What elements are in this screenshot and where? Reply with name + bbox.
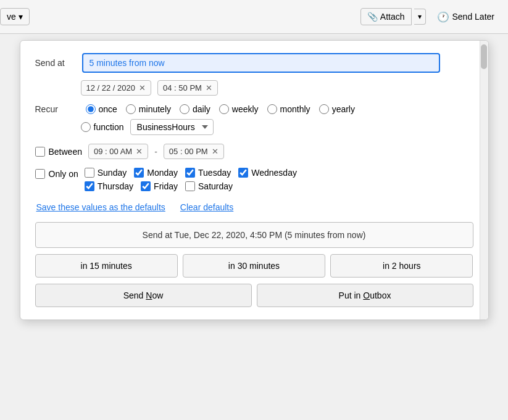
date-pill: 12 / 22 / 2020 ✕ (81, 80, 152, 96)
recur-label: Recur (35, 104, 78, 114)
day-sunday[interactable]: Sunday (85, 168, 127, 178)
day-sunday-label: Sunday (98, 168, 127, 178)
attach-button[interactable]: 📎 Attach (360, 8, 412, 25)
day-saturday-input[interactable] (185, 181, 195, 191)
only-on-checkbox-input[interactable] (35, 169, 45, 179)
day-wednesday[interactable]: Wednesday (238, 168, 297, 178)
clear-defaults-button[interactable]: Clear defaults (180, 202, 233, 212)
send-at-input[interactable] (82, 53, 440, 73)
between-checkbox[interactable]: Between (35, 147, 82, 157)
date-pill-value: 12 / 22 / 2020 (86, 83, 136, 93)
radio-once-label: once (99, 104, 117, 114)
attach-group: 📎 Attach ▾ (360, 8, 426, 25)
scrollbar-thumb (481, 44, 487, 69)
attach-label: Attach (380, 12, 405, 22)
send-preview: Send at Tue, Dec 22, 2020, 4:50 PM (5 mi… (35, 222, 473, 248)
between-start-close[interactable]: ✕ (136, 147, 143, 156)
quick-2hr-button[interactable]: in 2 hours (330, 254, 473, 278)
radio-weekly-label: weekly (232, 104, 259, 114)
left-dropdown-label: ve (7, 12, 16, 22)
send-later-dialog: Send at 12 / 22 / 2020 ✕ 04 : 50 PM ✕ Re… (20, 40, 489, 320)
day-saturday[interactable]: Saturday (185, 181, 233, 191)
send-now-button[interactable]: Send Now (35, 284, 252, 307)
day-thursday[interactable]: Thursday (85, 181, 133, 191)
put-outbox-label: Put in Outbox (339, 290, 391, 300)
dialog-overlay: Send at 12 / 22 / 2020 ✕ 04 : 50 PM ✕ Re… (0, 34, 508, 420)
quick-30min-button[interactable]: in 30 minutes (183, 254, 325, 278)
save-defaults-button[interactable]: Save these values as the defaults (36, 202, 165, 212)
day-friday[interactable]: Friday (141, 181, 178, 191)
function-label: function (94, 122, 124, 132)
between-end-pill: 05 : 00 PM ✕ (164, 144, 224, 159)
day-sunday-input[interactable] (85, 168, 94, 178)
days-group: Sunday Monday Tuesday Wednesday (85, 168, 297, 191)
day-tuesday-label: Tuesday (198, 168, 231, 178)
day-friday-input[interactable] (141, 181, 151, 191)
between-label: Between (49, 147, 82, 157)
top-bar-left: ve ▾ (0, 0, 30, 33)
time-pill-value: 04 : 50 PM (163, 83, 202, 93)
time-pill-close[interactable]: ✕ (206, 83, 212, 93)
radio-weekly-input[interactable] (219, 104, 229, 114)
radio-weekly[interactable]: weekly (219, 104, 259, 114)
radio-daily-input[interactable] (180, 104, 189, 114)
only-on-row: Only on Sunday Monday Tuesday (35, 168, 473, 191)
links-row: Save these values as the defaults Clear … (36, 202, 473, 212)
function-row: function BusinessHours (81, 119, 473, 135)
day-thursday-label: Thursday (98, 181, 133, 191)
radio-once-input[interactable] (86, 104, 96, 114)
radio-monthly-input[interactable] (267, 104, 277, 114)
top-bar: ve ▾ 📎 Attach ▾ 🕐 Send Later (0, 0, 508, 34)
day-tuesday[interactable]: Tuesday (185, 168, 231, 178)
day-saturday-label: Saturday (198, 181, 233, 191)
day-thursday-input[interactable] (85, 181, 94, 191)
time-pill: 04 : 50 PM ✕ (157, 80, 218, 96)
date-pill-close[interactable]: ✕ (139, 83, 146, 93)
only-on-label: Only on (49, 169, 78, 179)
radio-minutely[interactable]: minutely (126, 104, 171, 114)
only-on-checkbox[interactable]: Only on (35, 169, 78, 179)
day-wednesday-label: Wednesday (251, 168, 297, 178)
send-at-label: Send at (35, 58, 78, 68)
day-monday[interactable]: Monday (134, 168, 178, 178)
attach-dropdown-button[interactable]: ▾ (414, 9, 426, 25)
radio-minutely-label: minutely (139, 104, 171, 114)
datetime-pills: 12 / 22 / 2020 ✕ 04 : 50 PM ✕ (81, 80, 473, 96)
put-outbox-button[interactable]: Put in Outbox (257, 284, 473, 307)
between-checkbox-input[interactable] (35, 147, 45, 157)
function-select[interactable]: BusinessHours (130, 119, 214, 135)
between-separator: - (154, 147, 157, 157)
day-monday-label: Monday (147, 168, 178, 178)
radio-function-input[interactable] (81, 122, 91, 132)
between-start-pill: 09 : 00 AM ✕ (88, 144, 148, 159)
day-friday-label: Friday (154, 181, 178, 191)
radio-function[interactable]: function (81, 122, 124, 132)
send-at-row: Send at (35, 53, 473, 73)
days-line-1: Sunday Monday Tuesday Wednesday (85, 168, 297, 178)
between-end-close[interactable]: ✕ (212, 147, 219, 156)
radio-yearly[interactable]: yearly (319, 104, 355, 114)
between-row: Between 09 : 00 AM ✕ - 05 : 00 PM ✕ (35, 144, 473, 159)
send-later-button[interactable]: 🕐 Send Later (431, 8, 501, 26)
radio-monthly[interactable]: monthly (267, 104, 310, 114)
quick-buttons-row: in 15 minutes in 30 minutes in 2 hours (35, 254, 473, 278)
day-wednesday-input[interactable] (238, 168, 248, 178)
chevron-down-icon: ▾ (418, 12, 422, 21)
radio-once[interactable]: once (86, 104, 117, 114)
day-tuesday-input[interactable] (185, 168, 195, 178)
recur-row: Recur once minutely daily (35, 104, 473, 114)
left-dropdown-button[interactable]: ve ▾ (0, 8, 30, 25)
quick-15min-button[interactable]: in 15 minutes (35, 254, 178, 278)
action-buttons-row: Send Now Put in Outbox (35, 284, 473, 307)
send-later-label: Send Later (452, 12, 495, 22)
radio-daily-label: daily (193, 104, 210, 114)
between-start-value: 09 : 00 AM (94, 147, 132, 156)
scrollbar[interactable] (480, 41, 488, 319)
radio-yearly-input[interactable] (319, 104, 329, 114)
radio-daily[interactable]: daily (180, 104, 210, 114)
day-monday-input[interactable] (134, 168, 144, 178)
radio-minutely-input[interactable] (126, 104, 136, 114)
chevron-down-icon: ▾ (19, 12, 23, 22)
send-now-label: Send Now (123, 290, 164, 300)
recur-radio-group: once minutely daily weekly (86, 104, 355, 114)
